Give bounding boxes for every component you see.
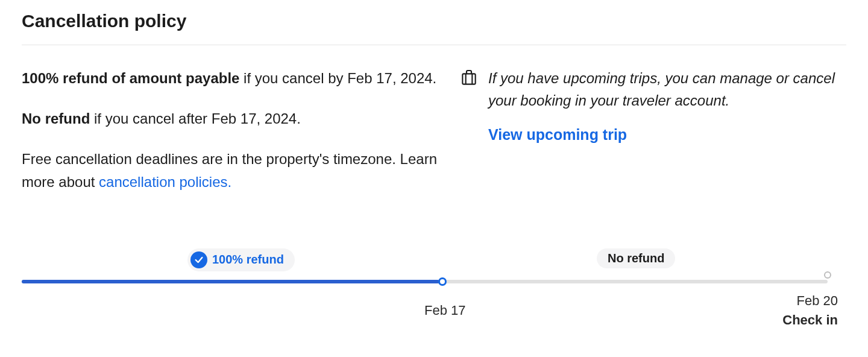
timeline-track-fill [22,280,439,283]
policy-line-1-strong: 100% refund of amount payable [22,70,239,86]
timeline-track [22,280,828,283]
refund-timeline: 100% refund No refund Feb 17 Feb 20 Chec… [22,248,846,341]
section-divider [22,45,846,45]
view-upcoming-trip-link[interactable]: View upcoming trip [488,126,846,144]
manage-trip-text: If you have upcoming trips, you can mana… [488,67,846,112]
policy-line-1: 100% refund of amount payable if you can… [22,67,445,89]
timeline-marker-deadline [438,277,447,286]
timeline-marker-checkin [824,271,831,279]
timeline-tick-labels: Feb 17 Feb 20 Check in [22,293,846,341]
timeline-date-checkin: Feb 20 Check in [782,293,838,328]
refund-badge-none: No refund [597,248,675,268]
policy-details: 100% refund of amount payable if you can… [22,67,445,193]
cancellation-policies-link[interactable]: cancellation policies. [99,174,231,190]
policy-line-2: No refund if you cancel after Feb 17, 20… [22,107,445,130]
check-icon [190,251,207,268]
policy-notice: Free cancellation deadlines are in the p… [22,148,445,192]
checkin-label: Check in [782,312,838,328]
checkin-date: Feb 20 [797,293,838,308]
suitcase-icon [459,68,479,193]
svg-rect-0 [462,74,475,84]
refund-badge-none-label: No refund [608,251,664,265]
timeline-badges: 100% refund No refund [22,248,846,270]
refund-badge-full: 100% refund [187,248,295,271]
policy-line-2-strong: No refund [22,110,90,127]
timeline-date-deadline: Feb 17 [424,303,466,318]
refund-badge-full-label: 100% refund [212,253,284,267]
content-columns: 100% refund of amount payable if you can… [22,67,846,193]
manage-trip-text-block: If you have upcoming trips, you can mana… [488,67,846,193]
policy-line-2-rest: if you cancel after Feb 17, 2024. [90,110,301,127]
page-title: Cancellation policy [22,11,846,31]
manage-trip-panel: If you have upcoming trips, you can mana… [459,67,846,193]
policy-line-1-rest: if you cancel by Feb 17, 2024. [239,70,436,86]
